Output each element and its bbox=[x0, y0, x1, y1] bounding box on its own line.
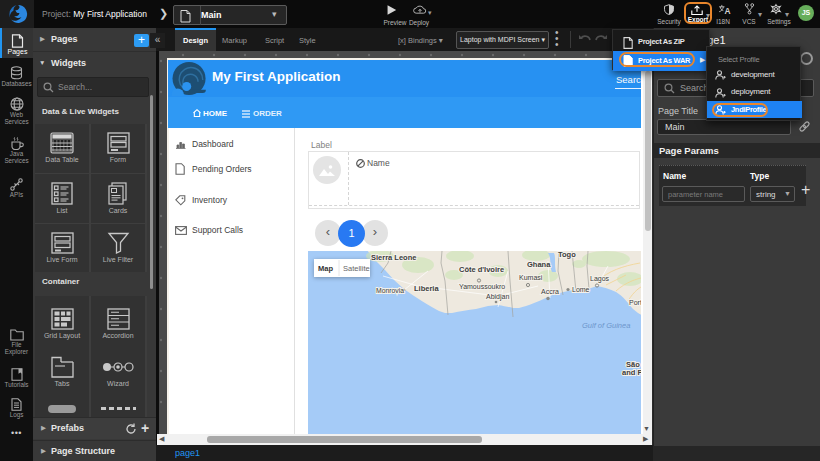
svg-text:Kumasi: Kumasi bbox=[519, 274, 543, 281]
svg-text:Monrovia: Monrovia bbox=[376, 287, 404, 294]
svg-text:Lagos: Lagos bbox=[590, 275, 610, 283]
svg-text:Liberia: Liberia bbox=[414, 284, 439, 293]
svg-text:Abidjan: Abidjan bbox=[486, 293, 509, 301]
svg-text:Côte d'Ivoire: Côte d'Ivoire bbox=[459, 265, 504, 274]
svg-text:Yamoussoukro: Yamoussoukro bbox=[459, 283, 505, 290]
svg-text:Ghana: Ghana bbox=[527, 260, 551, 269]
svg-text:Togo: Togo bbox=[558, 251, 576, 259]
svg-text:A: A bbox=[725, 6, 731, 15]
svg-text:Satellite: Satellite bbox=[343, 264, 370, 273]
svg-text:Sierra Leone: Sierra Leone bbox=[371, 253, 416, 262]
svg-text:Map: Map bbox=[318, 264, 333, 273]
svg-text:and P: and P bbox=[622, 368, 641, 377]
svg-text:Port: Port bbox=[629, 299, 641, 306]
svg-text:Lome: Lome bbox=[572, 286, 590, 293]
svg-text:Accra: Accra bbox=[541, 288, 559, 295]
svg-text:Gulf of Guinea: Gulf of Guinea bbox=[582, 321, 630, 330]
